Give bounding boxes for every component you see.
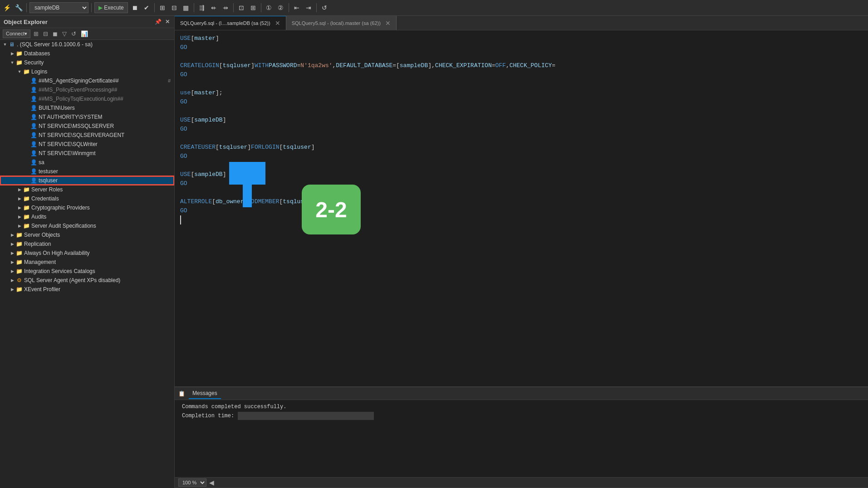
code-line (175, 188, 868, 197)
oe-icon-2[interactable]: ⊞ (32, 29, 40, 38)
server-node[interactable]: ▼ 🖥 . (SQL Server 16.0.1000.6 - sa) (0, 40, 174, 49)
completion-time-input[interactable] (238, 412, 374, 420)
toolbar-icon-1[interactable]: ⚡ (2, 3, 12, 13)
toolbar-icon-10[interactable]: ⊞ (248, 3, 258, 13)
list-item[interactable]: 👤 NT SERVICE\MSSQLSERVER (0, 122, 174, 131)
stop-icon[interactable]: ⏹ (130, 3, 140, 13)
logins-node[interactable]: ▼ 📁 Logins (0, 67, 174, 76)
sql-agent-node[interactable]: ▶ ⚙ SQL Server Agent (Agent XPs disabled… (0, 276, 174, 285)
credentials-node[interactable]: ▶ 📁 Credentials (0, 194, 174, 203)
toolbar-icon-13[interactable]: ⇤ (292, 3, 302, 13)
db-selector[interactable]: sampleDB (29, 2, 88, 13)
token: , (506, 61, 510, 70)
toolbar-icon-2[interactable]: 🔧 (14, 3, 24, 13)
toolbar-icon-7[interactable]: ⇷ (209, 3, 219, 13)
cryptographic-expand[interactable]: ▶ (16, 205, 23, 211)
xevent-expand[interactable]: ▶ (9, 286, 15, 293)
security-node[interactable]: ▼ 📁 Security (0, 58, 174, 67)
toolbar-icon-12[interactable]: ② (276, 3, 286, 13)
server-roles-expand[interactable]: ▶ (16, 186, 23, 193)
connect-button[interactable]: Connect▾ (3, 29, 30, 38)
toolbar-icon-11[interactable]: ① (264, 3, 274, 13)
user-icon: 👤 (30, 168, 37, 175)
content-wrapper: USE [master]GO CREATE LOGIN [tsqluser] W… (175, 30, 868, 477)
cryptographic-node[interactable]: ▶ 📁 Cryptographic Providers (0, 203, 174, 212)
replication-expand[interactable]: ▶ (9, 241, 15, 247)
oe-icon-4[interactable]: ◼ (51, 29, 59, 38)
tab-sqlquery5-close[interactable]: ✕ (385, 20, 391, 27)
tsqluser-node[interactable]: 👤 tsqluser (0, 176, 174, 185)
oe-pin-icon[interactable]: 📌 (154, 18, 162, 26)
toolbar-icon-14[interactable]: ⇥ (304, 3, 314, 13)
messages-tab[interactable]: Messages (189, 388, 221, 399)
databases-expand[interactable]: ▶ (9, 50, 15, 57)
token: GO (180, 179, 187, 188)
parse-icon[interactable]: ✔ (142, 3, 152, 13)
tab-sqlquery6-close[interactable]: ✕ (275, 20, 280, 27)
token: ] (244, 197, 247, 206)
always-on-expand[interactable]: ▶ (9, 250, 15, 256)
integration-expand[interactable]: ▶ (9, 268, 15, 274)
oe-filter-icon[interactable]: ▽ (61, 29, 68, 38)
logins-expand[interactable]: ▼ (16, 68, 23, 75)
token: USER (201, 143, 216, 152)
sql-agent-expand[interactable]: ▶ (9, 277, 15, 283)
token: ]; (216, 88, 223, 98)
server-audit-node[interactable]: ▶ 📁 Server Audit Specifications (0, 221, 174, 230)
toolbar-icon-3[interactable]: ⊞ (157, 3, 167, 13)
user-label: ##MS_PolicyEventProcessing## (39, 87, 117, 93)
list-item[interactable]: 👤 NT AUTHORITY\SYSTEM (0, 112, 174, 122)
toolbar-sep-5 (233, 3, 234, 12)
management-node[interactable]: ▶ 📁 Management (0, 258, 174, 267)
always-on-node[interactable]: ▶ 📁 Always On High Availability (0, 249, 174, 258)
oe-stats-icon[interactable]: 📊 (79, 29, 89, 38)
server-objects-expand[interactable]: ▶ (9, 232, 15, 238)
token: tsqluser (223, 61, 251, 70)
tab-sqlquery5[interactable]: SQLQuery5.sql - (local).master (sa (62))… (286, 16, 397, 30)
replication-node[interactable]: ▶ 📁 Replication (0, 239, 174, 249)
toolbar-icon-15[interactable]: ↺ (319, 3, 329, 13)
server-audit-expand[interactable]: ▶ (16, 223, 23, 229)
toolbar-icon-8[interactable]: ⇸ (221, 3, 230, 13)
audits-node[interactable]: ▶ 📁 Audits (0, 212, 174, 221)
object-explorer-panel: Object Explorer 📌 ✕ Connect▾ ⊞ ⊟ ◼ ▽ ↺ 📊… (0, 16, 175, 488)
toolbar-icon-9[interactable]: ⊡ (236, 3, 246, 13)
token: PASSWORD (269, 61, 297, 70)
audits-expand[interactable]: ▶ (16, 214, 23, 220)
list-item[interactable]: 👤 NT SERVICE\Winmgmt (0, 149, 174, 158)
zoom-select[interactable]: 100 % (178, 478, 206, 487)
token: OFF (495, 61, 506, 70)
editor-area[interactable]: USE [master]GO CREATE LOGIN [tsqluser] W… (175, 30, 868, 386)
toolbar-icon-4[interactable]: ⊟ (169, 3, 179, 13)
oe-close-icon[interactable]: ✕ (164, 18, 171, 26)
oe-refresh-icon[interactable]: ↺ (70, 29, 78, 38)
databases-node[interactable]: ▶ 📁 Databases (0, 49, 174, 58)
audits-folder-icon: 📁 (23, 213, 30, 220)
execute-button[interactable]: ▶ Execute (94, 2, 128, 13)
list-item[interactable]: 👤 NT SERVICE\SQLWriter (0, 140, 174, 149)
toolbar-icon-5[interactable]: ▦ (181, 3, 191, 13)
list-item[interactable]: 👤 ##MS_PolicyEventProcessing## (0, 85, 174, 94)
server-expand[interactable]: ▼ (2, 41, 8, 48)
token: GO (180, 70, 187, 79)
management-expand[interactable]: ▶ (9, 259, 15, 265)
list-item[interactable]: 👤 NT SERVICE\SQLSERVERAGENT (0, 131, 174, 140)
token: N'1qa2ws' (300, 61, 332, 70)
server-roles-node[interactable]: ▶ 📁 Server Roles (0, 185, 174, 194)
list-item[interactable]: 👤 BUILTIN\Users (0, 103, 174, 112)
user-label: NT SERVICE\SQLSERVERAGENT (39, 132, 124, 138)
oe-icon-3[interactable]: ⊟ (42, 29, 49, 38)
hash-badge: # (168, 78, 174, 83)
testuser-node[interactable]: 👤 testuser (0, 167, 174, 176)
credentials-expand[interactable]: ▶ (16, 195, 23, 202)
scroll-left-icon[interactable]: ◀ (209, 479, 214, 486)
tab-sqlquery6[interactable]: SQLQuery6.sql - (l....sampleDB (sa (52))… (175, 16, 286, 30)
server-objects-node[interactable]: ▶ 📁 Server Objects (0, 230, 174, 239)
toolbar-icon-6[interactable]: ⇶ (197, 3, 207, 13)
xevent-node[interactable]: ▶ 📁 XEvent Profiler (0, 285, 174, 294)
security-expand[interactable]: ▼ (9, 59, 15, 66)
sa-node[interactable]: 👤 sa (0, 158, 174, 167)
list-item[interactable]: 👤 ##MS_PolicyTsqlExecutionLogin## (0, 94, 174, 103)
integration-node[interactable]: ▶ 📁 Integration Services Catalogs (0, 267, 174, 276)
list-item[interactable]: 👤 ##MS_AgentSigningCertificate## # (0, 76, 174, 85)
